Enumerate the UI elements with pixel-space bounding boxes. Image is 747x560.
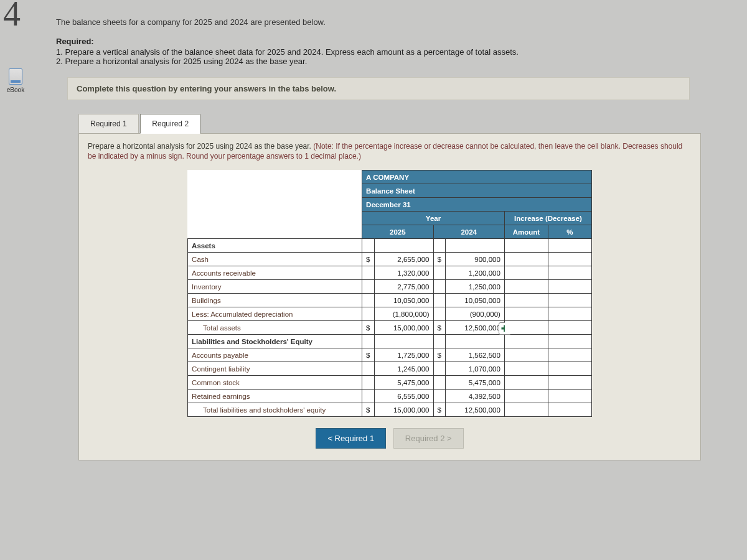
pct-input[interactable] bbox=[548, 307, 591, 321]
section-assets: Assets bbox=[188, 239, 362, 253]
pct-input[interactable] bbox=[548, 362, 591, 376]
pct-input[interactable] bbox=[548, 266, 591, 280]
sidebar: eBook bbox=[0, 68, 31, 93]
prev-required-button[interactable]: < Required 1 bbox=[316, 428, 386, 449]
next-required-button: Required 2 > bbox=[393, 428, 464, 449]
pct-input[interactable] bbox=[548, 390, 591, 403]
table-row: Accounts receivable 1,320,000 1,200,000 bbox=[188, 266, 592, 280]
pct-input[interactable] bbox=[548, 253, 591, 266]
content-area: The balance sheets for a company for 202… bbox=[56, 0, 722, 461]
amount-input[interactable] bbox=[504, 280, 548, 294]
amount-input[interactable] bbox=[504, 321, 548, 335]
table-row: Inventory 2,775,000 1,250,000 bbox=[188, 280, 592, 294]
amount-input[interactable] bbox=[504, 266, 548, 280]
table-row: Total assets $15,000,000 $12,500,000 bbox=[188, 321, 592, 335]
table-row: Total liabilities and stockholders' equi… bbox=[188, 403, 592, 417]
amount-input[interactable] bbox=[504, 294, 548, 307]
instruction-main: Prepare a horizontal analysis for 2025 u… bbox=[88, 142, 313, 151]
pct-input[interactable] bbox=[548, 321, 591, 335]
col-group-year: Year bbox=[362, 212, 505, 225]
pct-input[interactable] bbox=[548, 403, 591, 417]
required-heading: Required: bbox=[56, 37, 722, 46]
panel-instruction: Prepare a horizontal analysis for 2025 u… bbox=[88, 141, 692, 161]
table-row: Retained earnings 6,555,000 4,392,500 bbox=[188, 390, 592, 403]
question-number: 4 bbox=[3, 0, 21, 34]
table-row: Common stock 5,475,000 5,475,000 bbox=[188, 376, 592, 390]
amount-input[interactable] bbox=[504, 348, 548, 362]
table-title-company: A COMPANY bbox=[362, 170, 592, 184]
tab-panel-required-2: Prepare a horizontal analysis for 2025 u… bbox=[78, 133, 701, 460]
table-title-sheet: Balance Sheet bbox=[362, 184, 592, 198]
table-row: Less: Accumulated depreciation (1,800,00… bbox=[188, 307, 592, 321]
col-group-increase: Increase (Decrease) bbox=[504, 212, 591, 225]
complete-instruction-bar: Complete this question by entering your … bbox=[67, 77, 690, 100]
intro-text: The balance sheets for a company for 202… bbox=[56, 17, 722, 27]
col-2025: 2025 bbox=[362, 225, 433, 239]
amount-input[interactable] bbox=[504, 307, 548, 321]
required-item-1: 1. Prepare a vertical analysis of the ba… bbox=[56, 47, 722, 57]
pct-input[interactable] bbox=[548, 348, 591, 362]
table-row: Accounts payable $1,725,000 $1,562,500 bbox=[188, 348, 592, 362]
tab-required-2[interactable]: Required 2 bbox=[140, 114, 200, 134]
amount-input[interactable] bbox=[504, 376, 548, 390]
amount-input[interactable] bbox=[504, 362, 548, 376]
col-amount: Amount bbox=[504, 225, 548, 239]
col-pct: % bbox=[548, 225, 591, 239]
table-row: Cash $2,655,000 $900,000 bbox=[188, 253, 592, 266]
pct-input[interactable] bbox=[548, 376, 591, 390]
ebook-icon[interactable] bbox=[9, 68, 22, 85]
balance-sheet-table: A COMPANY Balance Sheet December 31 Year… bbox=[187, 170, 592, 417]
ebook-label[interactable]: eBook bbox=[0, 86, 31, 93]
nav-buttons: < Required 1 Required 2 > bbox=[88, 428, 692, 449]
tab-required-1[interactable]: Required 1 bbox=[78, 114, 139, 133]
pct-input[interactable] bbox=[548, 280, 591, 294]
table-title-date: December 31 bbox=[362, 198, 592, 212]
pct-input[interactable] bbox=[548, 294, 591, 307]
required-item-2: 2. Prepare a horizontal analysis for 202… bbox=[56, 57, 722, 66]
section-liab: Liabilities and Stockholders' Equity bbox=[188, 335, 362, 348]
requirements-block: Required: 1. Prepare a vertical analysis… bbox=[56, 37, 722, 66]
amount-input[interactable] bbox=[504, 390, 548, 403]
amount-input[interactable] bbox=[504, 253, 548, 266]
table-row: Buildings 10,050,000 10,050,000 bbox=[188, 294, 592, 307]
tab-strip: Required 1 Required 2 bbox=[78, 114, 722, 134]
amount-input[interactable] bbox=[504, 403, 548, 417]
col-2024: 2024 bbox=[433, 225, 504, 239]
table-row: Contingent liability 1,245,000 1,070,000 bbox=[188, 362, 592, 376]
